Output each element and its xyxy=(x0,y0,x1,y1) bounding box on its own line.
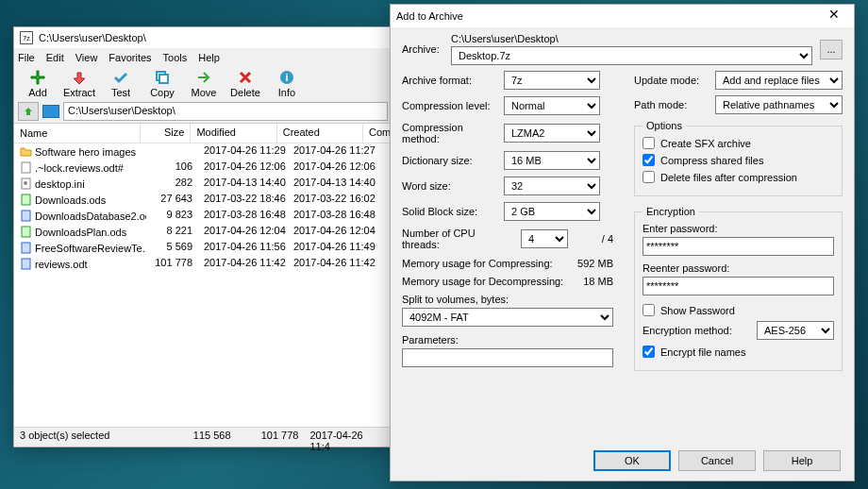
table-row[interactable]: Software hero images2017-04-26 11:292017… xyxy=(14,143,392,160)
dict-select[interactable]: 16 MB xyxy=(504,151,600,170)
encrypt-names-checkbox[interactable]: Encrypt file names xyxy=(643,346,834,358)
memd-value: 18 MB xyxy=(583,276,613,287)
word-select[interactable]: 32 xyxy=(504,177,600,195)
threads-label: Number of CPU threads: xyxy=(402,228,513,250)
path-select[interactable]: Relative pathnames xyxy=(715,95,843,114)
show-password-checkbox[interactable]: Show Password xyxy=(643,304,834,316)
level-select[interactable]: Normal xyxy=(504,96,600,115)
sfx-checkbox[interactable]: Create SFX archive xyxy=(643,137,834,149)
update-label: Update mode: xyxy=(634,75,708,86)
table-row[interactable]: reviews.odt101 7782017-04-26 11:422017-0… xyxy=(14,256,392,272)
split-select[interactable]: 4092M - FAT xyxy=(402,308,613,327)
memd-label: Memory usage for Decompressing: xyxy=(402,276,576,287)
memc-label: Memory usage for Compressing: xyxy=(402,258,570,269)
method-label: Compression method: xyxy=(402,122,496,144)
col-modified: Modified xyxy=(191,124,276,143)
drive-icon xyxy=(42,105,59,118)
params-input[interactable] xyxy=(402,348,613,367)
menu-edit[interactable]: Edit xyxy=(46,52,64,63)
options-title: Options xyxy=(643,120,686,131)
reenter-password-input[interactable] xyxy=(643,277,834,295)
table-row[interactable]: DownloadsDatabase2.odt9 8232017-03-28 16… xyxy=(14,208,392,224)
reenter-password-label: Reenter password: xyxy=(643,262,834,274)
close-button[interactable]: ✕ xyxy=(820,7,848,25)
column-headers[interactable]: Name Size Modified Created Comm xyxy=(14,124,392,143)
file-icon xyxy=(20,177,32,190)
add-button[interactable]: Add xyxy=(18,68,58,98)
delete-after-checkbox[interactable]: Delete files after compression xyxy=(643,171,834,183)
addressbar: C:\Users\user\Desktop\ xyxy=(14,100,392,123)
status-size1: 115 568 xyxy=(169,430,237,444)
block-select[interactable]: 2 GB xyxy=(504,202,600,221)
file-manager-window: 7z C:\Users\user\Desktop\ File Edit View… xyxy=(13,26,392,447)
dialog-titlebar[interactable]: Add to Archive ✕ xyxy=(391,5,854,27)
col-created: Created xyxy=(277,124,363,143)
file-icon xyxy=(20,226,32,238)
options-group: Options Create SFX archive Compress shar… xyxy=(634,120,843,196)
format-select[interactable]: 7z xyxy=(504,71,600,90)
encryption-title: Encryption xyxy=(643,206,699,217)
col-size: Size xyxy=(141,124,191,143)
table-row[interactable]: FreeSoftwareReviewTe...5 5692017-04-26 1… xyxy=(14,240,392,256)
extract-button[interactable]: Extract xyxy=(59,68,99,98)
encmethod-select[interactable]: AES-256 xyxy=(757,321,834,340)
file-icon xyxy=(20,145,32,158)
menu-view[interactable]: View xyxy=(75,52,98,63)
svg-rect-4 xyxy=(22,162,30,173)
table-row[interactable]: DownloadsPlan.ods8 2212017-04-26 12:0420… xyxy=(14,224,392,240)
browse-button[interactable]: ... xyxy=(820,40,843,59)
file-icon xyxy=(20,258,32,270)
window-title: C:\Users\user\Desktop\ xyxy=(39,32,146,43)
ok-button[interactable]: OK xyxy=(593,450,671,471)
up-button[interactable] xyxy=(18,102,39,121)
file-icon xyxy=(20,161,32,174)
titlebar[interactable]: 7z C:\Users\user\Desktop\ xyxy=(14,27,392,48)
threads-max: / 4 xyxy=(576,233,613,244)
shared-checkbox[interactable]: Compress shared files xyxy=(643,154,834,166)
threads-select[interactable]: 4 xyxy=(521,229,568,248)
svg-rect-8 xyxy=(22,211,30,221)
col-name: Name xyxy=(14,124,141,143)
archive-label: Archive: xyxy=(402,43,443,55)
block-label: Solid Block size: xyxy=(402,206,496,217)
encryption-group: Encryption Enter password: Reenter passw… xyxy=(634,206,843,371)
table-row[interactable]: .~lock.reviews.odt#1062017-04-26 12:0620… xyxy=(14,160,392,176)
info-button[interactable]: iInfo xyxy=(267,68,307,98)
table-row[interactable]: desktop.ini2822017-04-13 14:402017-04-13… xyxy=(14,176,392,192)
encmethod-label: Encryption method: xyxy=(643,325,749,336)
menu-help[interactable]: Help xyxy=(198,52,220,63)
status-date: 2017-04-26 11:4 xyxy=(304,430,392,444)
copy-button[interactable]: Copy xyxy=(142,68,182,98)
memc-value: 592 MB xyxy=(577,258,613,269)
help-button[interactable]: Help xyxy=(763,450,841,471)
cancel-button[interactable]: Cancel xyxy=(678,450,756,471)
col-comm: Comm xyxy=(363,124,392,143)
svg-rect-10 xyxy=(22,243,30,253)
menu-tools[interactable]: Tools xyxy=(163,52,188,63)
file-list[interactable]: Name Size Modified Created Comm Software… xyxy=(14,123,392,427)
app-icon: 7z xyxy=(20,31,33,44)
split-label: Split to volumes, bytes: xyxy=(402,294,613,305)
svg-point-6 xyxy=(24,181,27,185)
menu-file[interactable]: File xyxy=(18,52,35,63)
archive-path: C:\Users\user\Desktop\ xyxy=(451,33,812,44)
svg-rect-9 xyxy=(22,227,30,237)
svg-text:i: i xyxy=(285,72,288,83)
dict-label: Dictionary size: xyxy=(402,155,496,166)
table-row[interactable]: Downloads.ods27 6432017-03-22 18:462017-… xyxy=(14,192,392,208)
test-button[interactable]: Test xyxy=(101,68,141,98)
file-icon xyxy=(20,210,32,222)
status-size2: 101 778 xyxy=(237,430,305,444)
address-input[interactable]: C:\Users\user\Desktop\ xyxy=(63,102,388,121)
delete-button[interactable]: Delete xyxy=(225,68,265,98)
archive-name-select[interactable]: Desktop.7z xyxy=(451,46,812,65)
password-input[interactable] xyxy=(643,237,834,256)
method-select[interactable]: LZMA2 xyxy=(504,124,600,143)
svg-rect-1 xyxy=(159,75,168,83)
file-icon xyxy=(20,194,32,206)
move-button[interactable]: Move xyxy=(184,68,224,98)
update-select[interactable]: Add and replace files xyxy=(715,71,843,90)
menu-favorites[interactable]: Favorites xyxy=(108,52,151,63)
params-label: Parameters: xyxy=(402,334,613,346)
password-label: Enter password: xyxy=(643,223,834,234)
